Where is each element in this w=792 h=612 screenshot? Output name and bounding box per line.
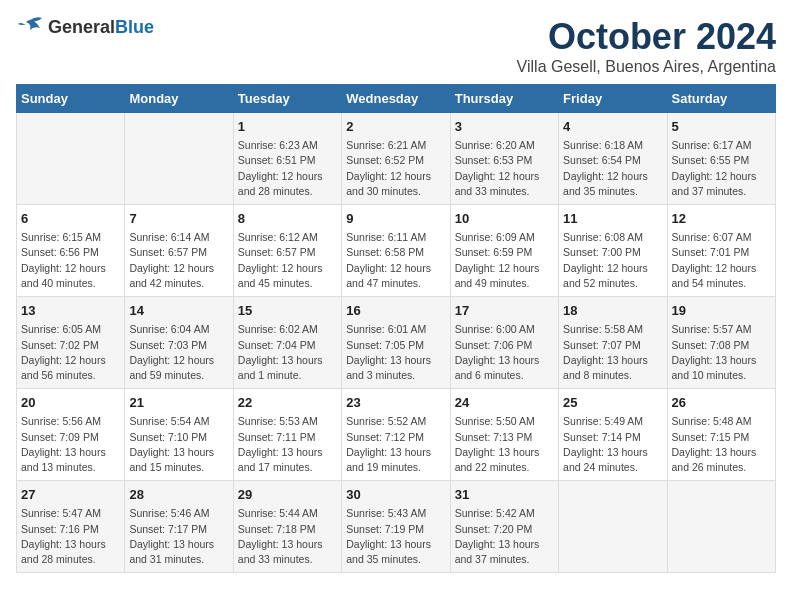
calendar-cell: 17Sunrise: 6:00 AM Sunset: 7:06 PM Dayli… [450, 297, 558, 389]
day-number: 16 [346, 302, 445, 320]
day-info: Sunrise: 5:48 AM Sunset: 7:15 PM Dayligh… [672, 414, 771, 475]
calendar-cell: 10Sunrise: 6:09 AM Sunset: 6:59 PM Dayli… [450, 205, 558, 297]
calendar-body: 1Sunrise: 6:23 AM Sunset: 6:51 PM Daylig… [17, 113, 776, 573]
day-info: Sunrise: 6:15 AM Sunset: 6:56 PM Dayligh… [21, 230, 120, 291]
day-info: Sunrise: 5:54 AM Sunset: 7:10 PM Dayligh… [129, 414, 228, 475]
calendar-cell: 31Sunrise: 5:42 AM Sunset: 7:20 PM Dayli… [450, 481, 558, 573]
calendar-cell: 21Sunrise: 5:54 AM Sunset: 7:10 PM Dayli… [125, 389, 233, 481]
day-number: 28 [129, 486, 228, 504]
day-info: Sunrise: 6:20 AM Sunset: 6:53 PM Dayligh… [455, 138, 554, 199]
logo-blue: Blue [115, 17, 154, 37]
day-number: 12 [672, 210, 771, 228]
day-info: Sunrise: 5:52 AM Sunset: 7:12 PM Dayligh… [346, 414, 445, 475]
calendar-week-row: 6Sunrise: 6:15 AM Sunset: 6:56 PM Daylig… [17, 205, 776, 297]
day-info: Sunrise: 5:47 AM Sunset: 7:16 PM Dayligh… [21, 506, 120, 567]
calendar-header: SundayMondayTuesdayWednesdayThursdayFrid… [17, 85, 776, 113]
day-info: Sunrise: 5:42 AM Sunset: 7:20 PM Dayligh… [455, 506, 554, 567]
calendar-cell: 5Sunrise: 6:17 AM Sunset: 6:55 PM Daylig… [667, 113, 775, 205]
day-number: 22 [238, 394, 337, 412]
day-info: Sunrise: 6:00 AM Sunset: 7:06 PM Dayligh… [455, 322, 554, 383]
day-number: 15 [238, 302, 337, 320]
calendar-cell: 12Sunrise: 6:07 AM Sunset: 7:01 PM Dayli… [667, 205, 775, 297]
day-info: Sunrise: 6:04 AM Sunset: 7:03 PM Dayligh… [129, 322, 228, 383]
logo-text: GeneralBlue [48, 17, 154, 38]
day-number: 23 [346, 394, 445, 412]
day-info: Sunrise: 6:12 AM Sunset: 6:57 PM Dayligh… [238, 230, 337, 291]
day-info: Sunrise: 6:09 AM Sunset: 6:59 PM Dayligh… [455, 230, 554, 291]
day-number: 20 [21, 394, 120, 412]
day-info: Sunrise: 5:56 AM Sunset: 7:09 PM Dayligh… [21, 414, 120, 475]
location-subtitle: Villa Gesell, Buenos Aires, Argentina [517, 58, 776, 76]
calendar-cell: 23Sunrise: 5:52 AM Sunset: 7:12 PM Dayli… [342, 389, 450, 481]
calendar-cell: 4Sunrise: 6:18 AM Sunset: 6:54 PM Daylig… [559, 113, 667, 205]
page-header: GeneralBlue October 2024 Villa Gesell, B… [16, 16, 776, 76]
weekday-header-row: SundayMondayTuesdayWednesdayThursdayFrid… [17, 85, 776, 113]
calendar-cell: 13Sunrise: 6:05 AM Sunset: 7:02 PM Dayli… [17, 297, 125, 389]
day-info: Sunrise: 5:58 AM Sunset: 7:07 PM Dayligh… [563, 322, 662, 383]
day-number: 18 [563, 302, 662, 320]
title-section: October 2024 Villa Gesell, Buenos Aires,… [517, 16, 776, 76]
day-info: Sunrise: 5:49 AM Sunset: 7:14 PM Dayligh… [563, 414, 662, 475]
calendar-cell: 27Sunrise: 5:47 AM Sunset: 7:16 PM Dayli… [17, 481, 125, 573]
calendar-cell: 25Sunrise: 5:49 AM Sunset: 7:14 PM Dayli… [559, 389, 667, 481]
calendar-week-row: 27Sunrise: 5:47 AM Sunset: 7:16 PM Dayli… [17, 481, 776, 573]
day-info: Sunrise: 5:57 AM Sunset: 7:08 PM Dayligh… [672, 322, 771, 383]
calendar-cell: 15Sunrise: 6:02 AM Sunset: 7:04 PM Dayli… [233, 297, 341, 389]
day-number: 3 [455, 118, 554, 136]
calendar-cell: 7Sunrise: 6:14 AM Sunset: 6:57 PM Daylig… [125, 205, 233, 297]
day-info: Sunrise: 6:17 AM Sunset: 6:55 PM Dayligh… [672, 138, 771, 199]
logo: GeneralBlue [16, 16, 154, 38]
weekday-header-sunday: Sunday [17, 85, 125, 113]
calendar-cell: 2Sunrise: 6:21 AM Sunset: 6:52 PM Daylig… [342, 113, 450, 205]
day-number: 9 [346, 210, 445, 228]
day-number: 14 [129, 302, 228, 320]
day-info: Sunrise: 6:05 AM Sunset: 7:02 PM Dayligh… [21, 322, 120, 383]
day-number: 19 [672, 302, 771, 320]
weekday-header-friday: Friday [559, 85, 667, 113]
day-info: Sunrise: 6:23 AM Sunset: 6:51 PM Dayligh… [238, 138, 337, 199]
day-number: 4 [563, 118, 662, 136]
day-info: Sunrise: 6:07 AM Sunset: 7:01 PM Dayligh… [672, 230, 771, 291]
day-info: Sunrise: 5:43 AM Sunset: 7:19 PM Dayligh… [346, 506, 445, 567]
calendar-week-row: 13Sunrise: 6:05 AM Sunset: 7:02 PM Dayli… [17, 297, 776, 389]
day-number: 11 [563, 210, 662, 228]
calendar-cell [559, 481, 667, 573]
calendar-cell: 29Sunrise: 5:44 AM Sunset: 7:18 PM Dayli… [233, 481, 341, 573]
day-number: 7 [129, 210, 228, 228]
day-number: 26 [672, 394, 771, 412]
calendar-cell: 11Sunrise: 6:08 AM Sunset: 7:00 PM Dayli… [559, 205, 667, 297]
day-number: 13 [21, 302, 120, 320]
day-number: 29 [238, 486, 337, 504]
day-number: 21 [129, 394, 228, 412]
calendar-week-row: 20Sunrise: 5:56 AM Sunset: 7:09 PM Dayli… [17, 389, 776, 481]
calendar-cell: 8Sunrise: 6:12 AM Sunset: 6:57 PM Daylig… [233, 205, 341, 297]
calendar-cell: 22Sunrise: 5:53 AM Sunset: 7:11 PM Dayli… [233, 389, 341, 481]
weekday-header-tuesday: Tuesday [233, 85, 341, 113]
calendar-cell: 20Sunrise: 5:56 AM Sunset: 7:09 PM Dayli… [17, 389, 125, 481]
day-info: Sunrise: 6:01 AM Sunset: 7:05 PM Dayligh… [346, 322, 445, 383]
calendar-week-row: 1Sunrise: 6:23 AM Sunset: 6:51 PM Daylig… [17, 113, 776, 205]
day-info: Sunrise: 5:53 AM Sunset: 7:11 PM Dayligh… [238, 414, 337, 475]
calendar-cell: 18Sunrise: 5:58 AM Sunset: 7:07 PM Dayli… [559, 297, 667, 389]
calendar-cell: 1Sunrise: 6:23 AM Sunset: 6:51 PM Daylig… [233, 113, 341, 205]
weekday-header-monday: Monday [125, 85, 233, 113]
day-info: Sunrise: 6:21 AM Sunset: 6:52 PM Dayligh… [346, 138, 445, 199]
month-title: October 2024 [517, 16, 776, 58]
calendar-cell: 6Sunrise: 6:15 AM Sunset: 6:56 PM Daylig… [17, 205, 125, 297]
calendar-cell: 24Sunrise: 5:50 AM Sunset: 7:13 PM Dayli… [450, 389, 558, 481]
day-number: 10 [455, 210, 554, 228]
calendar-cell: 19Sunrise: 5:57 AM Sunset: 7:08 PM Dayli… [667, 297, 775, 389]
calendar-cell [667, 481, 775, 573]
day-number: 5 [672, 118, 771, 136]
logo-general: General [48, 17, 115, 37]
day-number: 24 [455, 394, 554, 412]
day-number: 25 [563, 394, 662, 412]
day-info: Sunrise: 5:44 AM Sunset: 7:18 PM Dayligh… [238, 506, 337, 567]
day-number: 1 [238, 118, 337, 136]
calendar-table: SundayMondayTuesdayWednesdayThursdayFrid… [16, 84, 776, 573]
day-number: 27 [21, 486, 120, 504]
day-number: 2 [346, 118, 445, 136]
weekday-header-wednesday: Wednesday [342, 85, 450, 113]
day-number: 17 [455, 302, 554, 320]
calendar-cell [17, 113, 125, 205]
